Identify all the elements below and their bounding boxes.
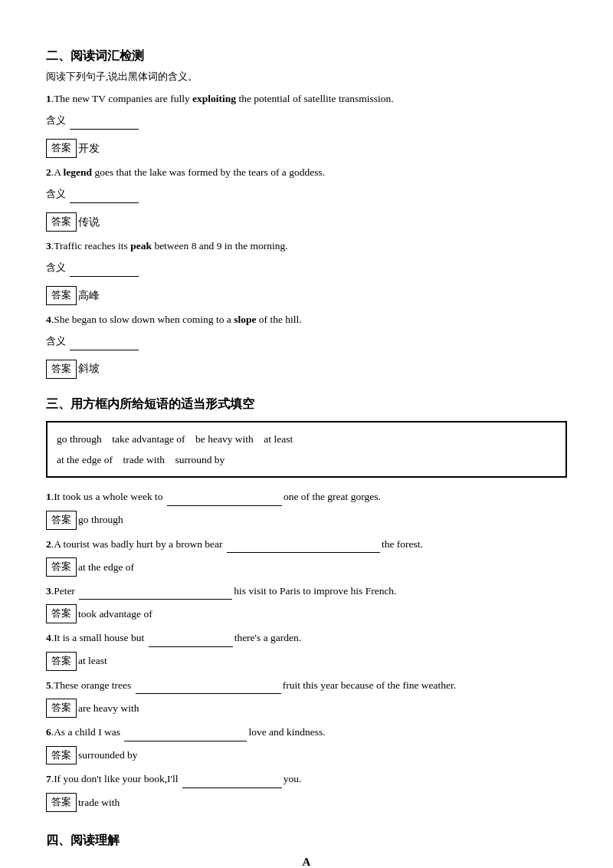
blank-2 <box>70 186 139 203</box>
section2-desc: 阅读下列句子,说出黑体词的含义。 <box>46 69 567 85</box>
section4: 四、阅读理解 A 导学号 12194037 The Yangtze River,… <box>46 830 567 868</box>
section4-title: 四、阅读理解 <box>46 830 567 850</box>
answer-2: 答案 传说 <box>46 212 567 232</box>
s3-answer-2: 答案 at the edge of <box>46 557 567 577</box>
s3-q4: 4.It is a small house but there's a gard… <box>46 630 567 647</box>
answer-4: 答案 斜坡 <box>46 360 567 379</box>
s3-blank-4 <box>149 630 233 647</box>
answer-box: 答案 <box>46 793 77 812</box>
blank-3 <box>70 259 139 277</box>
question-2-4: 4.She began to slow down when coming to … <box>46 311 567 328</box>
s3-q1: 1.It took us a whole week to one of the … <box>46 488 567 506</box>
s3-answer-1: 答案 go through <box>46 511 567 530</box>
s3-blank-6 <box>124 724 247 741</box>
question-2-3: 3.Traffic reaches its peak between 8 and… <box>46 238 567 255</box>
s3-answer-3: 答案 took advantage of <box>46 604 567 623</box>
hanyi-row-1: 含义 <box>46 112 567 130</box>
s3-q2: 2.A tourist was badly hurt by a brown be… <box>46 536 567 554</box>
section3-title: 三、用方框内所给短语的适当形式填空 <box>46 394 567 414</box>
answer-box: 答案 <box>46 746 77 765</box>
hanyi-row-2: 含义 <box>46 186 567 203</box>
section2-title: 二、阅读词汇检测 <box>46 46 567 66</box>
s3-blank-5 <box>136 677 281 695</box>
question-2-2: 2.A legend goes that the lake was formed… <box>46 164 567 181</box>
answer-3: 答案 高峰 <box>46 286 567 305</box>
answer-box: 答案 <box>46 699 77 718</box>
phrase-box: go through take advantage of be heavy wi… <box>46 421 567 478</box>
blank-4 <box>70 332 139 350</box>
s3-blank-3 <box>79 583 232 600</box>
blank-1 <box>70 112 139 130</box>
s3-blank-1 <box>167 488 282 506</box>
section3: 三、用方框内所给短语的适当形式填空 go through take advant… <box>46 394 567 812</box>
answer-box: 答案 <box>46 557 77 577</box>
answer-box: 答案 <box>46 360 77 379</box>
answer-box: 答案 <box>46 652 77 671</box>
s3-answer-7: 答案 trade with <box>46 793 567 812</box>
s3-answer-4: 答案 at least <box>46 652 567 671</box>
s3-blank-7 <box>182 771 282 788</box>
s3-answer-6: 答案 surrounded by <box>46 746 567 765</box>
answer-box: 答案 <box>46 604 77 623</box>
s3-q6: 6.As a child I was love and kindness. <box>46 724 567 741</box>
answer-box: 答案 <box>46 286 77 305</box>
hanyi-row-3: 含义 <box>46 259 567 277</box>
answer-box: 答案 <box>46 511 77 530</box>
answer-1: 答案 开发 <box>46 139 567 158</box>
answer-box: 答案 <box>46 139 77 158</box>
s3-q3: 3.Peter his visit to Paris to improve hi… <box>46 583 567 600</box>
q-num: 1 <box>46 93 51 104</box>
hanyi-row-4: 含义 <box>46 332 567 350</box>
s3-q5: 5.These orange trees fruit this year bec… <box>46 677 567 695</box>
s3-answer-5: 答案 are heavy with <box>46 699 567 718</box>
s3-blank-2 <box>227 536 380 554</box>
reading-a-label: A <box>46 853 567 868</box>
section2: 二、阅读词汇检测 阅读下列句子,说出黑体词的含义。 1.The new TV c… <box>46 46 567 379</box>
question-2-1: 1.The new TV companies are fully exploit… <box>46 90 567 107</box>
answer-box: 答案 <box>46 212 77 232</box>
s3-q7: 7.If you don't like your book,I'll you. <box>46 771 567 788</box>
